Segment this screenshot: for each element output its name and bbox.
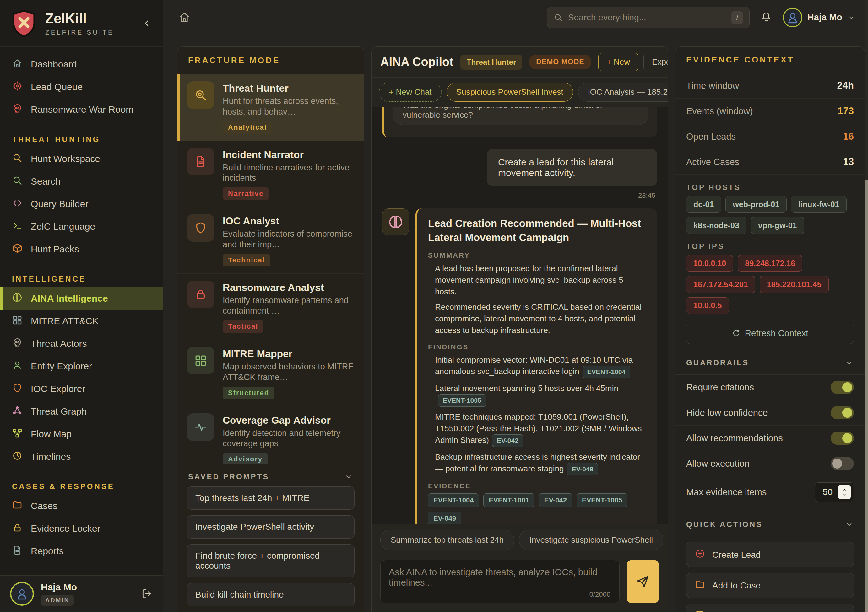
- sidebar-item-label: Hunt Workspace: [31, 153, 100, 164]
- fracture-mode-item[interactable]: Coverage Gap Advisor Identify detection …: [177, 406, 364, 464]
- sidebar-collapse-button[interactable]: [141, 18, 152, 29]
- ip-chip[interactable]: 10.0.0.10: [686, 255, 733, 272]
- chat-scroll-area[interactable]: Are there any new exfiltration indicator…: [372, 107, 668, 524]
- sidebar-item[interactable]: ZelC Language: [0, 215, 163, 238]
- fracture-mode-item[interactable]: IOC Analyst Evaluate indicators of compr…: [177, 207, 364, 274]
- send-button[interactable]: [626, 560, 659, 603]
- fracture-mode-list: Threat Hunter Hunt for threats across ev…: [177, 74, 364, 464]
- saved-prompts-header[interactable]: SAVED PROMPTS: [177, 464, 364, 487]
- host-chip[interactable]: web-prod-01: [725, 196, 787, 213]
- sidebar-item[interactable]: Query Builder: [0, 193, 163, 215]
- ip-chip[interactable]: 167.172.54.201: [686, 276, 755, 293]
- saved-prompt-button[interactable]: Top threats last 24h + MITRE: [187, 487, 355, 510]
- sidebar-item[interactable]: IOC Explorer: [0, 377, 163, 400]
- context-stats: Time window 24h Events (window) 173 Open…: [676, 73, 865, 175]
- evidence-ref-badge[interactable]: EVENT-1005: [577, 493, 628, 507]
- number-stepper[interactable]: [838, 485, 851, 499]
- fracture-mode-item[interactable]: MITRE Mapper Map observed behaviors to M…: [177, 340, 364, 406]
- quick-actions-header[interactable]: QUICK ACTIONS: [676, 513, 865, 536]
- sidebar-item[interactable]: Threat Actors: [0, 332, 163, 355]
- refresh-context-button[interactable]: Refresh Context: [686, 323, 854, 344]
- window-scrollbar[interactable]: [865, 0, 868, 612]
- chat-tab[interactable]: IOC Analysis — 185.220.101.4: [578, 82, 668, 102]
- sidebar-item[interactable]: Entity Explorer: [0, 355, 163, 377]
- sidebar-item[interactable]: AINA Intelligence: [0, 287, 163, 310]
- guardrails-header[interactable]: GUARDRAILS: [676, 351, 865, 375]
- saved-prompt-button[interactable]: Investigate PowerShell activity: [187, 515, 355, 539]
- sidebar-item[interactable]: Dashboard: [0, 53, 163, 76]
- new-button[interactable]: + New: [598, 53, 639, 71]
- sidebar-item[interactable]: Threat Graph: [0, 400, 163, 423]
- toggle-switch[interactable]: [831, 381, 854, 394]
- sidebar-item-icon: [12, 175, 23, 188]
- toggle-switch[interactable]: [831, 406, 854, 419]
- suggestion-chip[interactable]: Investigate suspicious PowerShell: [519, 530, 663, 550]
- evidence-ref-badge[interactable]: EV-049: [567, 463, 598, 476]
- chat-input[interactable]: [389, 567, 611, 591]
- host-chip[interactable]: k8s-node-03: [686, 217, 747, 234]
- sidebar-item[interactable]: Search: [0, 170, 163, 193]
- saved-prompt-button[interactable]: Find brute force + compromised accounts: [187, 544, 355, 578]
- finding-text: Backup infrastructure access is highest …: [435, 452, 640, 473]
- sidebar-item[interactable]: Evidence Locker: [0, 517, 163, 540]
- chat-tab[interactable]: + New Chat: [379, 82, 442, 102]
- sidebar-item[interactable]: Reports: [0, 540, 163, 563]
- home-button[interactable]: [178, 11, 191, 24]
- fracture-mode-desc: Build timeline narratives for active inc…: [223, 162, 355, 184]
- evidence-ref-badge[interactable]: EV-042: [492, 434, 523, 447]
- fracture-mode-item[interactable]: Threat Hunter Hunt for threats across ev…: [177, 74, 364, 141]
- app-logo-shield-icon: [11, 9, 37, 38]
- sidebar-cases-group: Cases Evidence Locker Reports: [0, 495, 163, 563]
- sidebar-item[interactable]: Lead Queue: [0, 76, 163, 98]
- fracture-mode-item[interactable]: Incident Narrator Build timeline narrati…: [177, 141, 364, 207]
- sidebar-item-label: Search: [31, 176, 60, 187]
- ip-chip[interactable]: 89.248.172.16: [738, 255, 802, 272]
- sidebar-item[interactable]: Flow Map: [0, 423, 163, 445]
- fracture-mode-desc: Hunt for threats across events, hosts, a…: [223, 96, 355, 117]
- quick-action-button[interactable]: Create Lead: [686, 542, 854, 567]
- logout-button[interactable]: [141, 588, 153, 600]
- sidebar-item-icon: [12, 315, 23, 328]
- fracture-mode-item[interactable]: Ransomware Analyst Identify ransomware p…: [177, 274, 364, 340]
- evidence-ref-badge[interactable]: EVENT-1004: [428, 493, 479, 507]
- evidence-ref-badge[interactable]: EV-049: [428, 512, 461, 524]
- sidebar-item[interactable]: Hunt Packs: [0, 238, 163, 261]
- search-input[interactable]: [568, 12, 726, 23]
- refresh-icon: [732, 329, 741, 338]
- sidebar-item[interactable]: Cases: [0, 495, 163, 517]
- saved-prompt-button[interactable]: Build kill chain timeline: [187, 583, 355, 606]
- host-chip[interactable]: vpn-gw-01: [751, 217, 804, 234]
- quick-action-button[interactable]: Add to Case: [686, 573, 854, 598]
- sidebar-item[interactable]: Timelines: [0, 445, 163, 468]
- stat-row: Open Leads 16: [676, 124, 865, 149]
- host-chip[interactable]: linux-fw-01: [791, 196, 847, 213]
- toggle-switch[interactable]: [831, 431, 854, 445]
- chat-tab[interactable]: Suspicious PowerShell Invest: [446, 82, 573, 102]
- max-evidence-input[interactable]: 50: [815, 482, 854, 502]
- evidence-ref-badge[interactable]: EVENT-1001: [483, 493, 534, 507]
- global-search[interactable]: /: [547, 7, 750, 28]
- evidence-ref-badge[interactable]: EVENT-1005: [438, 394, 486, 407]
- quick-action-button[interactable]: Save Evidence Pack: [686, 604, 854, 612]
- ip-chip[interactable]: 185.220.101.45: [760, 276, 829, 293]
- sidebar-item[interactable]: Hunt Workspace: [0, 147, 163, 170]
- export-button[interactable]: Export: [643, 53, 668, 71]
- followup-suggestion[interactable]: Was the original compromise vector a phi…: [393, 107, 648, 125]
- ip-chip[interactable]: 10.0.0.5: [686, 297, 729, 314]
- sidebar-item-icon: [12, 153, 23, 165]
- sidebar-item[interactable]: MITRE ATT&CK: [0, 310, 163, 332]
- home-icon: [180, 13, 189, 21]
- user-menu[interactable]: Haja Mo: [783, 8, 863, 27]
- evidence-ref-badge[interactable]: EVENT-1004: [583, 366, 631, 378]
- host-chip[interactable]: dc-01: [686, 196, 721, 213]
- toggle-switch[interactable]: [831, 457, 854, 470]
- sidebar-item-label: Threat Graph: [31, 406, 87, 417]
- finding-item: MITRE techniques mapped: T1059.001 (Powe…: [435, 411, 646, 447]
- evidence-ref-badge[interactable]: EV-042: [539, 493, 572, 507]
- chat-input-box[interactable]: 0/2000: [380, 560, 620, 603]
- notifications-button[interactable]: [760, 11, 773, 24]
- fracture-mode-badge: Structured: [223, 387, 274, 399]
- suggestion-chip[interactable]: Summarize top threats last 24h: [380, 530, 514, 550]
- scrollbar-thumb[interactable]: [865, 181, 868, 612]
- sidebar-item[interactable]: Ransomware War Room: [0, 98, 163, 121]
